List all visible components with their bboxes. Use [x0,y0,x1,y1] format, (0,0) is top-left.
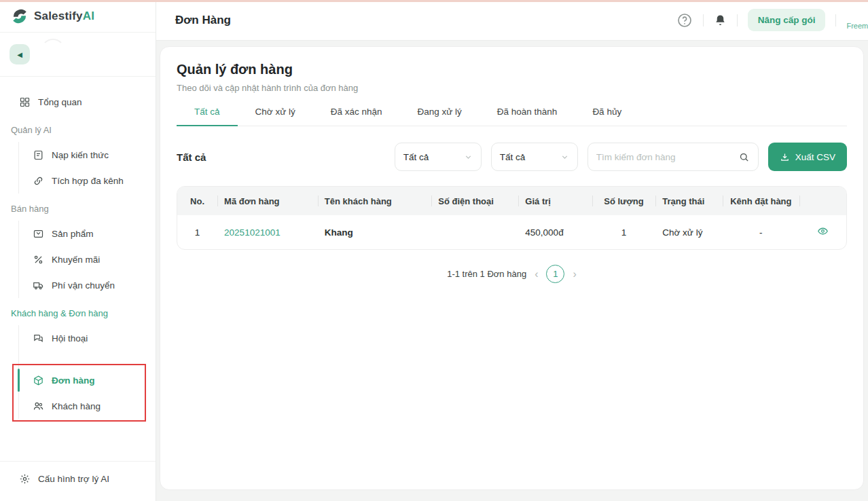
gear-icon [19,473,31,485]
pagination-page-1[interactable]: 1 [546,265,564,283]
orders-table: No. Mã đơn hàng Tên khách hàng Số điện t… [177,186,847,250]
col-value: Giá trị [518,187,592,215]
table-header-row: No. Mã đơn hàng Tên khách hàng Số điện t… [177,187,846,215]
tab-all[interactable]: Tất cả [177,107,238,126]
sidebar-item-label: Tích hợp đa kênh [52,176,124,186]
tab-processing[interactable]: Đang xử lý [399,107,479,126]
brand-name: SalestifyAI [34,10,94,23]
sidebar-item-overview[interactable]: Tổng quan [0,89,156,115]
divider [737,14,738,26]
search-icon[interactable] [738,151,750,163]
export-csv-label: Xuất CSV [795,152,835,162]
divider [703,14,704,26]
product-icon [33,228,44,240]
upgrade-plan-button[interactable]: Nâng cấp gói [748,9,826,31]
sidebar: SalestifyAI ◀ Tổng quan Quản lý AI Nạp k… [0,0,156,501]
cell-customer: Khang [325,227,353,238]
grid-icon [19,96,31,108]
channel-filter-select[interactable]: Tất cả [491,143,578,171]
sidebar-item-label: Khách hàng [52,401,101,411]
sidebar-item-orders[interactable]: Đơn hàng [19,367,156,393]
help-button[interactable] [676,12,693,29]
main-area: Đơn Hàng Nâng cấp gói Freemium Quản lý đ… [156,0,868,501]
select-value: Tất cả [403,152,429,162]
sidebar-item-label: Sản phẩm [52,229,94,239]
tab-confirmed[interactable]: Đã xác nhận [313,107,400,126]
sidebar-item-ai-assistant-config[interactable]: Cấu hình trợ lý AI [0,473,156,485]
cell-phone [431,215,518,249]
percent-icon [33,254,44,265]
col-channel: Kênh đặt hàng [723,187,799,215]
sidebar-item-customers[interactable]: Khách hàng [19,393,156,419]
orders-card: Quản lý đơn hàng Theo dõi và cập nhật hà… [160,46,864,490]
sidebar-item-label: Cấu hình trợ lý AI [38,474,109,484]
sidebar-section-ai: Quản lý AI [0,117,156,142]
avatar-placeholder [41,39,65,63]
card-title: Quản lý đơn hàng [177,62,847,77]
tab-pending[interactable]: Chờ xử lý [238,107,313,126]
col-customer: Tên khách hàng [318,187,431,215]
tab-cancelled[interactable]: Đã hủy [575,107,639,126]
sidebar-item-promotions[interactable]: Khuyến mãi [19,246,156,272]
filter-row: Tất cả Tất cả Tất cả [177,143,847,171]
cube-icon [33,375,44,386]
pagination-next-button[interactable]: › [573,269,576,280]
notifications-button[interactable] [714,14,727,26]
sidebar-nav: Tổng quan Quản lý AI Nạp kiến thức Tích … [0,77,156,461]
sidebar-section-sales: Bán hàng [0,196,156,221]
cell-value: 450,000đ [518,215,592,249]
sidebar-group-sales: Sản phẩm Khuyến mãi Phí vận chuyển [18,221,156,298]
topbar: Đơn Hàng Nâng cấp gói Freemium [156,0,868,41]
view-order-button[interactable] [817,225,829,237]
pagination-prev-button[interactable]: ‹ [535,269,538,280]
sidebar-section-customers-orders: Khách hàng & Đơn hàng [0,301,156,325]
help-icon [676,12,693,29]
col-actions [799,187,846,215]
divider [835,14,836,26]
bell-icon [714,14,727,26]
card-subtitle: Theo dõi và cập nhật hành trình của đơn … [177,83,847,93]
filter-controls: Tất cả Tất cả Xuất [395,143,847,171]
sidebar-collapse-button[interactable]: ◀ [10,44,30,64]
cell-channel: - [723,215,799,249]
page-header-title: Đơn Hàng [175,14,231,27]
cell-quantity: 1 [592,215,656,249]
status-filter-select[interactable]: Tất cả [395,143,482,171]
knowledge-icon [33,149,44,161]
search-input[interactable] [596,152,738,162]
sidebar-group-ai: Nạp kiến thức Tích hợp đa kênh [18,142,156,193]
cell-no: 1 [177,215,217,249]
sidebar-item-label: Hội thoại [52,333,88,344]
sidebar-item-integrations[interactable]: Tích hợp đa kênh [19,168,156,193]
cell-status: Chờ xử lý [655,215,723,249]
table-row: 1 20251021001 Khang 450,000đ 1 Chờ xử lý… [177,215,846,249]
eye-icon [817,225,829,237]
col-status: Trạng thái [655,187,723,215]
sidebar-group-customers-orders: Hội thoại Đơn hàng Khách hàng [18,325,156,419]
col-order-id: Mã đơn hàng [217,187,318,215]
chat-icon [33,333,44,344]
download-icon [780,152,790,162]
sidebar-footer: Cấu hình trợ lý AI [0,461,156,501]
users-icon [33,401,44,412]
tab-completed[interactable]: Đã hoàn thành [480,107,575,126]
col-quantity: Số lượng [592,187,656,215]
link-icon [33,175,44,187]
pagination: 1-1 trên 1 Đơn hàng ‹ 1 › [177,265,847,283]
sidebar-item-label: Đơn hàng [52,375,95,386]
col-phone: Số điện thoại [431,187,518,215]
content-area: Quản lý đơn hàng Theo dõi và cập nhật hà… [156,41,868,501]
order-id-link[interactable]: 20251021001 [224,227,281,238]
sidebar-item-shipping-fee[interactable]: Phí vận chuyển [19,272,156,298]
app-window: SalestifyAI ◀ Tổng quan Quản lý AI Nạp k… [0,0,868,501]
status-tabs: Tất cả Chờ xử lý Đã xác nhận Đang xử lý … [177,107,847,126]
sidebar-item-conversations[interactable]: Hội thoại [19,325,156,351]
brand-logo: SalestifyAI [0,0,156,33]
export-csv-button[interactable]: Xuất CSV [768,143,847,171]
chevron-down-icon [560,153,569,162]
sidebar-item-knowledge[interactable]: Nạp kiến thức [19,142,156,168]
sidebar-item-products[interactable]: Sản phẩm [19,221,156,246]
plan-badge: Freemium [846,22,868,30]
sidebar-collapse-row: ◀ [0,33,156,77]
topbar-actions: Nâng cấp gói Freemium [676,9,868,31]
